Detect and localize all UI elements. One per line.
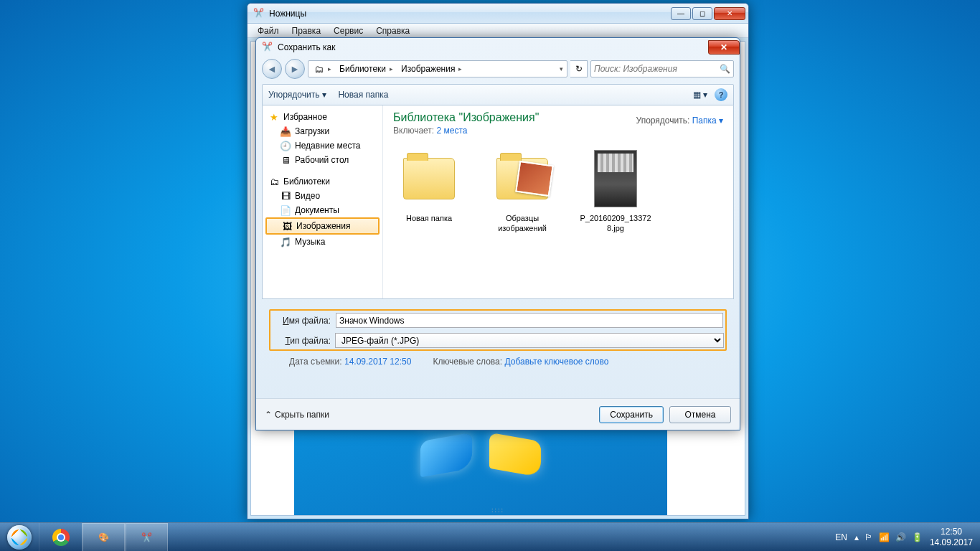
taskbar-snipping[interactable]: ✂️ [125, 523, 168, 552]
desktop-icon: 🖥 [280, 154, 291, 166]
refresh-button[interactable]: ↻ [570, 60, 588, 77]
library-subtitle: Включает: 2 места [393, 126, 723, 136]
date-taken-link[interactable]: 14.09.2017 12:50 [344, 357, 411, 367]
sidebar-item-downloads[interactable]: 📥Загрузки [263, 124, 382, 138]
scissors-icon: ✂️ [253, 8, 265, 19]
recent-icon: 🕘 [280, 140, 291, 151]
includes-link[interactable]: 2 места [437, 126, 468, 136]
filetype-select[interactable]: JPEG-файл (*.JPG) [335, 333, 724, 348]
chevron-down-icon[interactable]: ▾ [557, 65, 565, 72]
dialog-title: Сохранить как [278, 42, 335, 52]
meta-date: Дата съемки: 14.09.2017 12:50 [289, 357, 411, 367]
list-item[interactable]: Образцы изображений [486, 149, 558, 234]
menu-help[interactable]: Справка [370, 25, 415, 37]
search-input[interactable] [594, 64, 720, 74]
snip-title: Ножницы [269, 9, 306, 19]
file-list-pane[interactable]: Библиотека "Изображения" Включает: 2 мес… [383, 105, 733, 298]
add-tag-link[interactable]: Добавьте ключевое слово [504, 357, 608, 367]
dialog-toolbar: Упорядочить ▾ Новая папка ▦ ▾ ? [262, 84, 734, 105]
downloads-icon: 📥 [280, 126, 291, 137]
chrome-icon [52, 529, 70, 546]
scissors-icon: ✂️ [262, 42, 273, 53]
nav-back-button[interactable]: ◄ [262, 59, 282, 79]
menu-tools[interactable]: Сервис [328, 25, 369, 37]
list-item[interactable]: P_20160209_133728.jpg [580, 149, 651, 234]
sidebar-favorites[interactable]: ★Избранное [263, 110, 382, 124]
language-indicator[interactable]: EN [835, 532, 847, 542]
tray-clock[interactable]: 12:50 14.09.2017 [930, 527, 973, 547]
arrange-by: Упорядочить: Папка ▾ [636, 116, 723, 126]
filename-input[interactable] [336, 313, 723, 328]
chevron-down-icon: ▾ [322, 90, 326, 100]
breadcrumb-pictures[interactable]: Изображения [401, 64, 455, 74]
document-icon: 📄 [280, 204, 291, 216]
hide-folders-button[interactable]: ⌃ Скрыть папки [265, 410, 329, 420]
snip-titlebar[interactable]: ✂️ Ножницы — ◻ ✕ [248, 4, 748, 24]
music-icon: 🎵 [280, 236, 291, 248]
arrange-link[interactable]: Папка ▾ [692, 116, 723, 126]
cancel-button[interactable]: Отмена [669, 406, 731, 423]
taskbar: 🎨 ✂️ EN ▴ 🏳 📶 🔊 🔋 12:50 14.09.2017 [0, 522, 980, 551]
close-button[interactable]: ✕ [714, 7, 745, 20]
resize-grip[interactable]: :::: [491, 507, 504, 514]
taskbar-paint[interactable]: 🎨 [82, 523, 125, 552]
save-button[interactable]: Сохранить [599, 406, 664, 423]
sidebar-item-desktop[interactable]: 🖥Рабочий стол [263, 153, 382, 167]
scissors-icon: ✂️ [141, 532, 152, 542]
sidebar-item-videos[interactable]: 🎞Видео [263, 189, 382, 203]
sidebar-item-recent[interactable]: 🕘Недавние места [263, 138, 382, 153]
star-icon: ★ [268, 111, 280, 123]
system-tray: EN ▴ 🏳 📶 🔊 🔋 12:50 14.09.2017 [828, 527, 980, 547]
menu-file[interactable]: Файл [252, 25, 285, 37]
folder-icon [403, 158, 455, 199]
windows-orb-icon [7, 525, 32, 550]
show-hidden-icon[interactable]: ▴ [854, 532, 859, 542]
list-item[interactable]: Новая папка [393, 149, 465, 234]
sidebar-item-pictures[interactable]: 🖼Изображения [265, 217, 380, 235]
menu-edit[interactable]: Правка [286, 25, 327, 37]
folder-icon [496, 158, 548, 199]
filetype-label: Тип файла: [272, 336, 331, 346]
snip-menubar: Файл Правка Сервис Справка [248, 24, 748, 38]
flag-icon[interactable]: 🏳 [864, 532, 873, 542]
dialog-titlebar[interactable]: ✂️ Сохранить как ✕ [256, 38, 740, 57]
breadcrumb[interactable]: 🗂▸ Библиотеки▸ Изображения▸ ▾ [308, 60, 567, 77]
navigation-sidebar: ★Избранное 📥Загрузки 🕘Недавние места 🖥Ра… [263, 105, 383, 298]
view-mode-button[interactable]: ▦ ▾ [693, 90, 707, 100]
battery-icon[interactable]: 🔋 [912, 532, 923, 542]
taskbar-chrome[interactable] [39, 523, 82, 552]
network-icon[interactable]: 📶 [879, 532, 890, 542]
pictures-icon: 🖼 [281, 220, 293, 232]
new-folder-button[interactable]: Новая папка [338, 90, 388, 100]
minimize-button[interactable]: — [671, 7, 691, 20]
dialog-close-button[interactable]: ✕ [708, 40, 740, 55]
image-thumbnail [594, 150, 637, 207]
volume-icon[interactable]: 🔊 [895, 532, 906, 542]
save-as-dialog: ✂️ Сохранить как ✕ ◄ ► 🗂▸ Библиотеки▸ Из… [255, 37, 740, 430]
paint-icon: 🎨 [98, 532, 109, 542]
video-icon: 🎞 [280, 190, 291, 202]
start-button[interactable] [0, 523, 39, 552]
library-icon: 🗂 [313, 63, 324, 75]
sidebar-libraries[interactable]: 🗂Библиотеки [263, 174, 382, 189]
chevron-right-icon: ▸ [456, 65, 464, 72]
chevron-right-icon: ▸ [387, 65, 395, 72]
help-icon[interactable]: ? [715, 88, 727, 101]
organize-button[interactable]: Упорядочить ▾ [268, 90, 326, 100]
chevron-right-icon: ▸ [326, 65, 334, 72]
sidebar-item-music[interactable]: 🎵Музыка [263, 235, 382, 249]
breadcrumb-libraries[interactable]: Библиотеки [339, 64, 386, 74]
library-icon: 🗂 [268, 176, 280, 187]
meta-tags: Ключевые слова: Добавьте ключевое слово [433, 357, 608, 367]
nav-forward-button[interactable]: ► [285, 59, 305, 79]
chevron-up-icon: ⌃ [265, 410, 272, 420]
sidebar-item-documents[interactable]: 📄Документы [263, 203, 382, 217]
filename-label: Имя файла: [272, 316, 331, 326]
search-box[interactable]: 🔍 [590, 60, 734, 77]
maximize-button[interactable]: ◻ [692, 7, 712, 20]
search-icon[interactable]: 🔍 [720, 64, 730, 74]
